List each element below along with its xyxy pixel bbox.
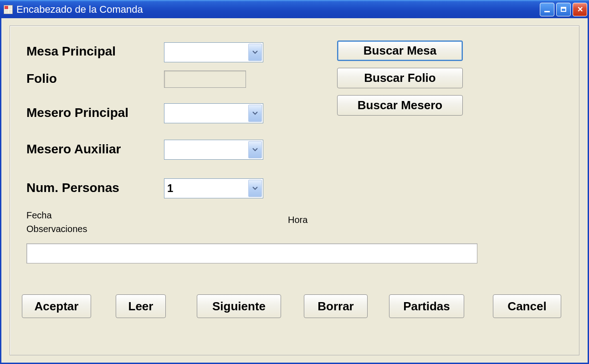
- app-icon: [4, 5, 13, 14]
- siguiente-button[interactable]: Siguiente: [197, 294, 281, 318]
- num-personas-select[interactable]: 1: [164, 178, 263, 198]
- window: Encabezado de la Comanda ✕ Mesa Principa…: [0, 0, 589, 364]
- observaciones-input[interactable]: [26, 243, 477, 263]
- mesero-principal-select[interactable]: [164, 103, 263, 123]
- titlebar-left: Encabezado de la Comanda: [4, 4, 143, 15]
- mesero-auxiliar-select[interactable]: [164, 140, 263, 160]
- maximize-button[interactable]: [556, 3, 571, 16]
- leer-button[interactable]: Leer: [116, 294, 166, 318]
- label-mesa-principal: Mesa Principal: [26, 44, 116, 59]
- borrar-label: Borrar: [318, 299, 353, 313]
- partidas-label: Partidas: [403, 299, 450, 313]
- buscar-mesero-button[interactable]: Buscar Mesero: [337, 95, 463, 116]
- window-title: Encabezado de la Comanda: [16, 4, 143, 15]
- buscar-folio-label: Buscar Folio: [364, 71, 435, 85]
- aceptar-label: Aceptar: [35, 299, 79, 313]
- chevron-down-icon: [248, 105, 262, 122]
- buscar-mesa-label: Buscar Mesa: [364, 44, 436, 58]
- label-observaciones: Observaciones: [26, 224, 87, 234]
- buscar-mesero-label: Buscar Mesero: [358, 98, 442, 112]
- titlebar: Encabezado de la Comanda ✕: [0, 0, 589, 18]
- buscar-folio-button[interactable]: Buscar Folio: [337, 68, 463, 88]
- chevron-down-icon: [248, 141, 262, 158]
- form-panel: Mesa Principal Buscar Mesa Folio Buscar …: [10, 25, 579, 355]
- buscar-mesa-button[interactable]: Buscar Mesa: [337, 40, 463, 61]
- label-fecha: Fecha: [26, 210, 52, 221]
- folio-input[interactable]: [164, 71, 246, 88]
- borrar-button[interactable]: Borrar: [304, 294, 368, 318]
- titlebar-controls: ✕: [540, 3, 587, 16]
- label-mesero-auxiliar: Mesero Auxiliar: [26, 142, 121, 157]
- minimize-button[interactable]: [540, 3, 554, 16]
- cancel-label: Cancel: [507, 299, 546, 313]
- close-button[interactable]: ✕: [573, 3, 587, 16]
- aceptar-button[interactable]: Aceptar: [22, 294, 91, 318]
- label-hora: Hora: [288, 215, 307, 225]
- mesa-principal-select[interactable]: [164, 42, 263, 62]
- label-num-personas: Num. Personas: [26, 181, 119, 195]
- partidas-button[interactable]: Partidas: [389, 294, 464, 318]
- leer-label: Leer: [128, 299, 154, 313]
- client-area: Mesa Principal Buscar Mesa Folio Buscar …: [0, 18, 589, 364]
- num-personas-value: 1: [167, 182, 173, 195]
- chevron-down-icon: [248, 44, 262, 61]
- label-folio: Folio: [26, 71, 57, 86]
- label-mesero-principal: Mesero Principal: [26, 106, 128, 120]
- siguiente-label: Siguiente: [212, 299, 266, 313]
- chevron-down-icon: [248, 180, 262, 197]
- cancel-button[interactable]: Cancel: [493, 294, 561, 318]
